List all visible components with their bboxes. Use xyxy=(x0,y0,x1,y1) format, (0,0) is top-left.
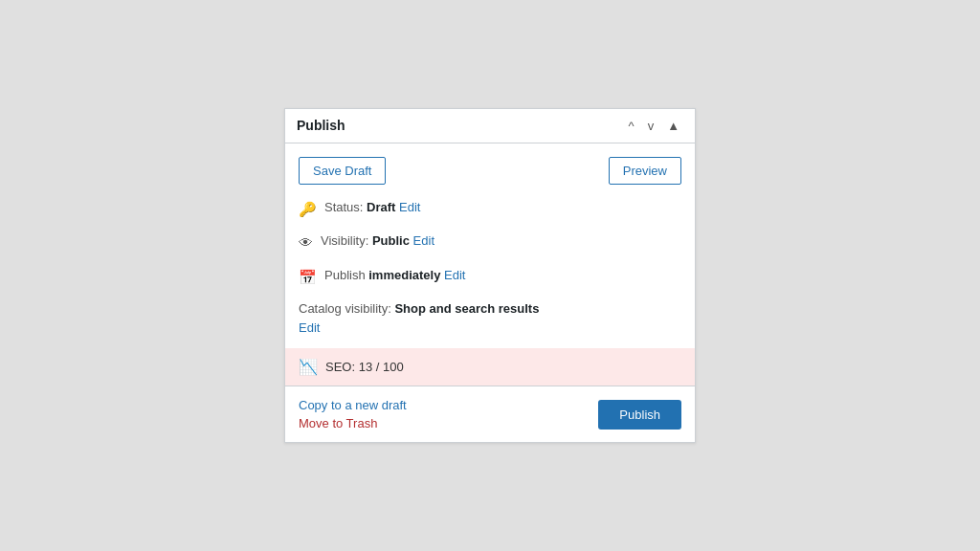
visibility-text: Visibility: Public Edit xyxy=(321,231,434,251)
catalog-text: Catalog visibility: Shop and search resu… xyxy=(299,301,539,316)
status-edit-link[interactable]: Edit xyxy=(399,200,420,214)
status-value: Draft xyxy=(367,200,395,214)
publish-widget: Publish ^ v ▲ Save Draft Preview 🔑 Statu… xyxy=(284,108,696,444)
preview-button[interactable]: Preview xyxy=(609,157,681,185)
visibility-row: 👁 Visibility: Public Edit xyxy=(299,231,681,254)
seo-row: 📉 SEO: 13 / 100 xyxy=(285,348,695,386)
catalog-row: Catalog visibility: Shop and search resu… xyxy=(299,299,681,337)
seo-text: SEO: 13 / 100 xyxy=(325,360,404,374)
widget-footer: Copy to a new draft Move to Trash Publis… xyxy=(285,386,695,442)
drag-handle-icon[interactable]: ▲ xyxy=(663,117,683,135)
status-text: Status: Draft Edit xyxy=(324,198,420,217)
catalog-edit-link[interactable]: Edit xyxy=(299,319,681,338)
copy-to-draft-link[interactable]: Copy to a new draft xyxy=(299,398,407,412)
save-draft-button[interactable]: Save Draft xyxy=(299,157,386,185)
eye-icon: 👁 xyxy=(299,232,313,254)
publish-button[interactable]: Publish xyxy=(598,400,681,430)
status-row: 🔑 Status: Draft Edit xyxy=(299,198,681,221)
publish-time-edit-link[interactable]: Edit xyxy=(444,268,465,282)
visibility-value: Public xyxy=(372,233,410,248)
chevron-up-icon[interactable]: ^ xyxy=(625,117,638,135)
move-to-trash-link[interactable]: Move to Trash xyxy=(299,416,407,430)
calendar-icon: 📅 xyxy=(299,267,317,289)
catalog-value: Shop and search results xyxy=(394,301,539,316)
widget-body: Save Draft Preview 🔑 Status: Draft Edit … xyxy=(285,143,695,386)
publish-time-text: Publish immediately Edit xyxy=(324,266,465,285)
widget-header: Publish ^ v ▲ xyxy=(285,109,695,143)
publish-time-row: 📅 Publish immediately Edit xyxy=(299,266,681,289)
seo-icon: 📉 xyxy=(299,358,318,376)
key-icon: 🔑 xyxy=(299,199,317,221)
widget-controls: ^ v ▲ xyxy=(625,117,683,135)
chevron-down-icon[interactable]: v xyxy=(644,117,658,135)
widget-title: Publish xyxy=(297,118,345,133)
publish-time-value: immediately xyxy=(368,268,440,282)
action-buttons-row: Save Draft Preview xyxy=(299,157,681,185)
footer-links: Copy to a new draft Move to Trash xyxy=(299,398,407,430)
visibility-edit-link[interactable]: Edit xyxy=(413,233,434,248)
